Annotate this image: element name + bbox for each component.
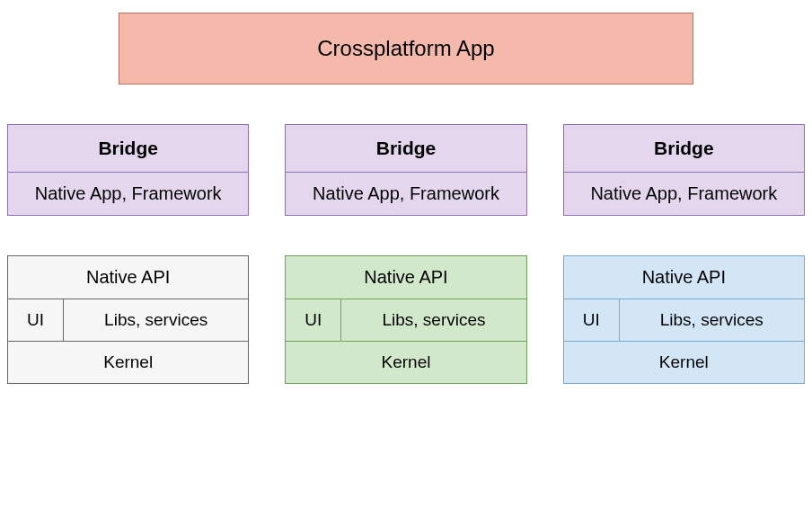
libs-label: Libs, services xyxy=(64,299,248,341)
native-api-label: Native API xyxy=(8,256,248,299)
bridges-row: Bridge Native App, Framework Bridge Nati… xyxy=(7,124,805,216)
bridge-sub: Native App, Framework xyxy=(564,173,804,215)
bridge-header: Bridge xyxy=(286,125,525,173)
kernel-label: Kernel xyxy=(564,342,804,383)
crossplatform-app-label: Crossplatform App xyxy=(317,36,494,61)
bridge-box-3: Bridge Native App, Framework xyxy=(563,124,805,216)
kernel-label: Kernel xyxy=(286,342,525,383)
bridge-header: Bridge xyxy=(8,125,248,173)
native-api-label: Native API xyxy=(564,256,804,299)
kernel-label: Kernel xyxy=(8,342,248,383)
bridge-box-1: Bridge Native App, Framework xyxy=(7,124,249,216)
os-box-blue: Native API UI Libs, services Kernel xyxy=(563,255,805,384)
libs-label: Libs, services xyxy=(620,299,804,341)
os-row: Native API UI Libs, services Kernel Nati… xyxy=(7,255,805,384)
os-mid-row: UI Libs, services xyxy=(564,299,804,342)
os-box-green: Native API UI Libs, services Kernel xyxy=(285,255,526,384)
os-mid-row: UI Libs, services xyxy=(286,299,525,342)
bridge-box-2: Bridge Native App, Framework xyxy=(285,124,526,216)
ui-label: UI xyxy=(286,299,341,341)
native-api-label: Native API xyxy=(286,256,525,299)
crossplatform-app-box: Crossplatform App xyxy=(119,13,693,85)
libs-label: Libs, services xyxy=(341,299,525,341)
bridge-header: Bridge xyxy=(564,125,804,173)
bridge-sub: Native App, Framework xyxy=(286,173,525,215)
bridge-sub: Native App, Framework xyxy=(8,173,248,215)
diagram-container: Crossplatform App Bridge Native App, Fra… xyxy=(0,0,812,397)
os-mid-row: UI Libs, services xyxy=(8,299,248,342)
os-box-gray: Native API UI Libs, services Kernel xyxy=(7,255,249,384)
ui-label: UI xyxy=(564,299,620,341)
ui-label: UI xyxy=(8,299,64,341)
